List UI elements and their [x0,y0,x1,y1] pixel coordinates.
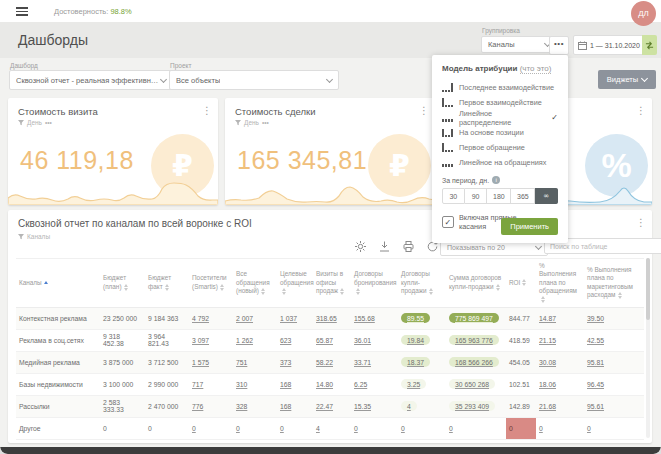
project-select-value: Все объекты [176,76,220,85]
chevron-down-icon [641,75,648,82]
funnel-report-widget: Сквозной отчет по каналам по всей воронк… [8,210,652,443]
cell-purchase_sum: 0 [446,417,506,439]
cell-leads: 2 007 [233,307,277,329]
sort-icon [220,284,224,291]
cell-channel: Рассылки [16,395,100,417]
direct-touch-checkbox[interactable]: ✓ [442,216,454,228]
period-button-30[interactable]: 30 [442,188,465,204]
compare-icon [645,41,654,50]
attribution-option[interactable]: Линейное на обращениях [442,155,558,170]
period-button-inf[interactable]: ∞ [535,188,558,204]
column-header-purchase_sum[interactable]: Сумма договоров купли-продажи [446,259,506,308]
column-header-plan_leads_pct[interactable]: % Выполнения плана по обращениям [536,259,584,308]
card-filter[interactable]: День ••• [18,119,52,126]
card-title: Стоимость сделки [235,106,315,117]
linear-icon [442,113,454,122]
period-label: За период, дн. [442,177,489,184]
project-select[interactable]: Все объекты [169,70,339,90]
cell-visitors: 0 [189,417,233,439]
cell-roi: 142.89 [506,395,536,417]
period-button-365[interactable]: 365 [511,188,535,204]
report-filter[interactable]: Каналы [18,233,50,240]
what-is-it-link[interactable]: (что это) [520,64,552,74]
cell-channel: Базы недвижимости [16,373,100,395]
first-touch-icon [442,98,454,107]
column-header-budget_fact[interactable]: Бюджет факт [145,259,189,308]
avatar[interactable]: ДЛ [631,1,656,26]
window-bottom-edge [0,447,661,454]
cell-booking: 33.71 [351,351,398,373]
column-header-plan_budget_pct[interactable]: % Выполнения плана по маркетинговым расх… [584,259,644,308]
attribution-settings-button[interactable]: ••• [549,36,569,55]
column-header-channel[interactable]: Каналы [16,259,100,308]
column-header-roi[interactable]: ROI [506,259,536,308]
column-header-leads[interactable]: Все обращения (новый) [233,259,277,308]
cell-purchase: 3.25 [398,373,446,395]
menu-icon[interactable] [16,7,28,16]
cell-purchase: 19.84 [398,329,446,351]
filter-icon [18,120,24,126]
filter-icon [235,120,241,126]
table-toolbar [354,240,439,253]
header-band: Дашборды Группировка Каналы ••• 1 — 31.1… [0,22,661,58]
apply-button[interactable]: Применить [501,218,558,235]
grouping-value: Каналы [488,40,515,49]
cell-visitors: 776 [189,395,233,417]
column-header-target_leads[interactable]: Целевые обращения [277,259,313,308]
column-header-visitors[interactable]: Посетители (Smartis) [189,259,233,308]
cell-target_leads: 1 037 [277,307,313,329]
confidence-value: 98.8% [110,7,131,16]
cell-roi: 844.77 [506,307,536,329]
cell-channel: Другое [16,417,100,439]
cell-plan_leads_pct: 21.68 [536,395,584,417]
cell-plan_budget_pct: 95.81 [584,351,644,373]
download-icon[interactable] [378,240,391,253]
cell-target_leads: 168 [277,395,313,417]
cell-purchase_sum: 168 566 266 [446,351,506,373]
grouping-select[interactable]: Каналы [481,36,557,53]
scrollbar-thumb[interactable] [646,258,650,320]
sparkline-chart [225,175,435,205]
column-header-booking[interactable]: Договоры бронирования [351,259,398,308]
card-menu-icon[interactable]: ⋮ [636,106,646,116]
attribution-option[interactable]: Последнее взаимодействие [442,80,558,95]
cell-target_leads: 168 [277,373,313,395]
cell-plan_leads_pct: 30.08 [536,351,584,373]
compare-periods-button[interactable] [642,35,657,55]
sort-icon [261,288,265,295]
card-title: Стоимость визита [18,106,98,117]
cell-channel: Реклама в соц.сетях [16,329,100,351]
column-header-office_visits[interactable]: Визиты в офисы продаж [313,259,351,308]
info-icon[interactable]: i [492,176,500,184]
date-range-value: 1 — 31.10.2020 [590,42,640,49]
confidence-indicator: Достоверность: 98.8% [54,7,132,16]
card-filter[interactable]: День ••• [235,119,269,126]
report-menu-icon[interactable]: ⋮ [636,218,646,228]
column-header-purchase[interactable]: Договоры купли-продажи [398,259,446,308]
period-button-90[interactable]: 90 [465,188,488,204]
dashboard-select[interactable]: Сквозной отчет - реальная эффективность … [9,70,173,90]
period-button-180[interactable]: 180 [487,188,511,204]
attribution-option[interactable]: На основе позиции [442,125,558,140]
date-range-picker[interactable]: 1 — 31.10.2020 [573,35,651,55]
cell-channel: Медийная реклама [16,351,100,373]
card-menu-icon[interactable]: ⋮ [202,106,212,116]
settings-gear-icon[interactable] [354,240,367,253]
cell-budget_fact: 0 [145,417,189,439]
cell-target_leads: 623 [277,329,313,351]
sort-icon [496,284,500,291]
attribution-option[interactable]: Первое обращение [442,140,558,155]
page-title: Дашборды [18,32,88,48]
cell-budget_fact: 3 712 500 [145,351,189,373]
print-icon[interactable] [402,240,415,253]
cell-budget_plan: 2 583 333.33 [100,395,145,417]
widgets-button[interactable]: Виджеты [598,70,656,89]
attribution-option[interactable]: Линейное распределение✓ [442,110,558,125]
card-menu-icon[interactable]: ⋮ [419,106,429,116]
cell-office_visits: 65.87 [313,329,351,351]
cell-office_visits: 4 [313,417,351,439]
cell-office_visits: 58.22 [313,351,351,373]
table-row: Контекстная реклама23 250 0009 184 3634 … [16,307,644,329]
sort-icon [124,284,128,291]
column-header-budget_plan[interactable]: Бюджет (план) [100,259,145,308]
